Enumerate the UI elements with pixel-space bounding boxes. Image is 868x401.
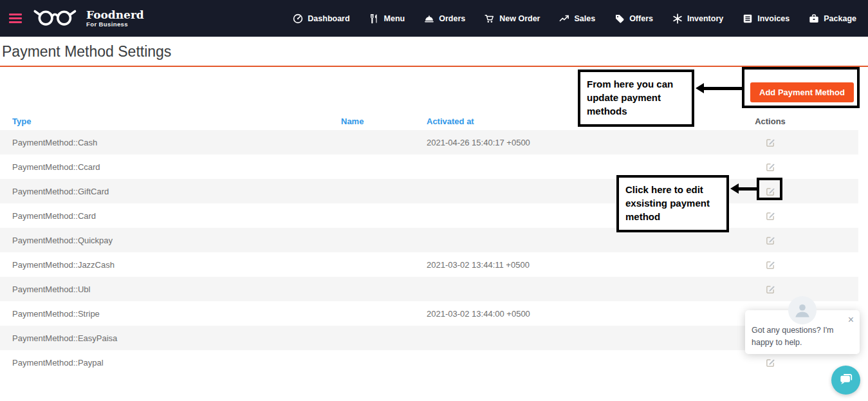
activated-at-cell: 2021-03-02 13:44:00 +0500 [427, 309, 682, 319]
table-row: PaymentMethod::JazzCash 2021-03-02 13:44… [0, 252, 858, 277]
annotation-box-add-button: Add Payment Method [742, 67, 860, 108]
activated-at-cell: 2021-04-26 15:40:17 +0500 [427, 138, 682, 147]
page-title: Payment Method Settings [2, 43, 868, 61]
nav-item-new-order[interactable]: New Order [485, 14, 540, 24]
chat-agent-avatar [788, 296, 817, 324]
annotation-edit-note: Click here to edit exsisting payment met… [616, 175, 729, 232]
column-header-name[interactable]: Name [341, 117, 427, 126]
chat-bubble-icon [838, 371, 854, 390]
utensils-icon [369, 14, 380, 24]
glasses-logo-icon [32, 8, 81, 30]
edit-payment-method-icon[interactable] [766, 260, 775, 270]
annotation-arrow-to-edit-icon [730, 183, 757, 194]
nav-item-dashboard[interactable]: Dashboard [293, 14, 349, 24]
chat-message: Got any questions? I'm happy to help. [752, 324, 852, 349]
table-row: PaymentMethod::Ubl [0, 277, 858, 301]
snowflake-icon [672, 14, 683, 24]
payment-type-cell: PaymentMethod::Cash [0, 138, 341, 147]
chat-popup: × Got any questions? I'm happy to help. [745, 310, 860, 354]
payment-type-cell: PaymentMethod::Stripe [0, 309, 341, 319]
briefcase-icon [809, 14, 819, 24]
table-row: PaymentMethod::EasyPaisa [0, 326, 858, 350]
table-row: PaymentMethod::Ccard [0, 154, 858, 179]
payment-type-cell: PaymentMethod::Ubl [0, 284, 341, 294]
nav-item-package[interactable]: Package [809, 14, 856, 24]
nav-item-menu[interactable]: Menu [369, 14, 405, 24]
edit-payment-method-icon[interactable] [766, 211, 775, 221]
page-header: Payment Method Settings [0, 37, 868, 67]
chat-close-icon[interactable]: × [848, 315, 854, 324]
brand-name: Foodnerd [86, 9, 144, 21]
payment-type-cell: PaymentMethod::Paypal [0, 358, 341, 368]
chat-launcher-button[interactable] [831, 366, 860, 395]
nav-item-invoices[interactable]: Invoices [743, 14, 790, 24]
activated-at-cell: 2021-03-02 13:44:11 +0500 [427, 260, 682, 270]
hamburger-menu-icon[interactable] [9, 12, 22, 25]
cart-icon [485, 14, 495, 24]
table-row: PaymentMethod::Paypal [0, 350, 858, 375]
annotation-update-note: From here you can update payment methods [578, 70, 694, 127]
add-payment-method-button[interactable]: Add Payment Method [750, 82, 854, 102]
column-header-type[interactable]: Type [0, 117, 341, 126]
trend-icon [559, 14, 569, 24]
edit-payment-method-icon[interactable] [766, 138, 775, 147]
payment-type-cell: PaymentMethod::GiftCard [0, 187, 341, 196]
annotation-box-edit-icon [757, 178, 782, 200]
edit-payment-method-icon[interactable] [766, 284, 775, 294]
nav-item-orders[interactable]: Orders [424, 14, 465, 24]
table-header-row: Type Name Activated at Actions [0, 112, 858, 130]
table-row: PaymentMethod::Cash 2021-04-26 15:40:17 … [0, 130, 858, 154]
list-icon [743, 14, 753, 24]
nav-menu: Dashboard Menu Orders New Order Sales Of… [293, 14, 868, 24]
nav-item-inventory[interactable]: Inventory [672, 14, 723, 24]
edit-payment-method-icon[interactable] [766, 162, 775, 172]
brand-tagline: For Business [86, 21, 144, 28]
table-row: PaymentMethod::Card [0, 203, 858, 228]
annotation-arrow-to-add-button [696, 83, 742, 93]
payment-type-cell: PaymentMethod::Quickpay [0, 236, 341, 245]
payment-type-cell: PaymentMethod::Ccard [0, 162, 341, 172]
top-navbar: Foodnerd For Business Dashboard Menu Ord… [0, 0, 868, 37]
nav-item-offers[interactable]: Offers [614, 14, 653, 24]
payment-methods-table: Type Name Activated at Actions PaymentMe… [0, 112, 858, 375]
edit-payment-method-icon[interactable] [766, 358, 775, 368]
table-row: PaymentMethod::Stripe 2021-03-02 13:44:0… [0, 301, 858, 326]
speedometer-icon [293, 14, 303, 24]
table-row: PaymentMethod::GiftCard [0, 179, 858, 203]
tag-icon [614, 14, 625, 24]
table-body: PaymentMethod::Cash 2021-04-26 15:40:17 … [0, 130, 858, 375]
table-row: PaymentMethod::Quickpay [0, 228, 858, 252]
column-header-actions: Actions [755, 117, 786, 126]
payment-type-cell: PaymentMethod::JazzCash [0, 260, 341, 270]
brand-logo[interactable]: Foodnerd For Business [32, 8, 144, 30]
payment-type-cell: PaymentMethod::Card [0, 211, 341, 221]
edit-payment-method-icon[interactable] [766, 236, 775, 245]
nav-item-sales[interactable]: Sales [559, 14, 595, 24]
payment-type-cell: PaymentMethod::EasyPaisa [0, 333, 341, 343]
cloche-icon [424, 14, 434, 24]
